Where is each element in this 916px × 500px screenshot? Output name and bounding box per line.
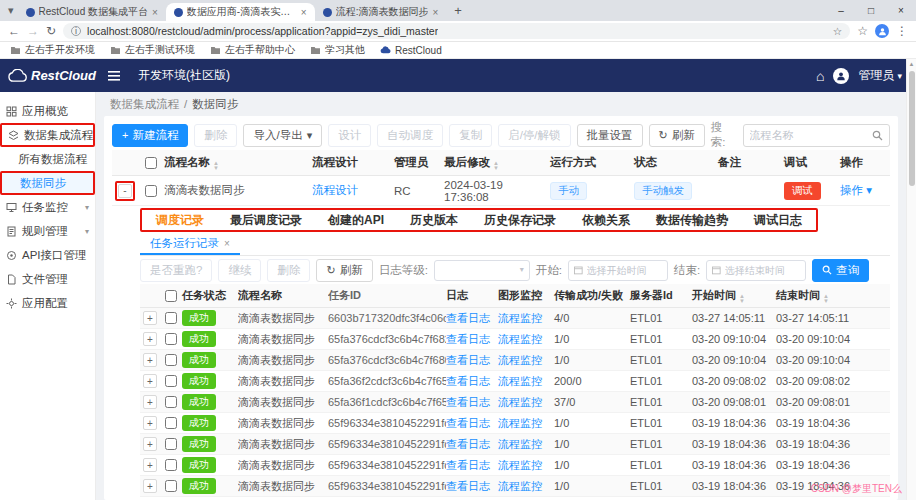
view-log-link[interactable]: 查看日志 <box>446 438 490 450</box>
tab-dependencies[interactable]: 依赖关系 <box>582 212 630 229</box>
restcloud-logo[interactable]: RestCloud <box>0 68 96 83</box>
row-checkbox[interactable] <box>165 438 177 450</box>
sidebar-item-app-overview[interactable]: 应用概览 <box>0 99 95 123</box>
process-monitor-link[interactable]: 流程监控 <box>498 438 542 450</box>
sidebar-item-data-integration[interactable]: 数据集成流程 ▾ <box>0 123 95 147</box>
view-log-link[interactable]: 查看日志 <box>446 354 490 366</box>
browser-profile-avatar[interactable] <box>875 24 889 38</box>
refresh-button[interactable]: ↻刷新 <box>649 124 705 147</box>
start-time-input[interactable] <box>587 265 662 276</box>
batch-settings-button[interactable]: 批量设置 <box>577 124 643 147</box>
browser-tab-1[interactable]: RestCloud 数据集成平台 × <box>18 3 166 21</box>
row-collapse-button[interactable]: - <box>118 184 132 198</box>
auto-schedule-button[interactable]: 自动调度 <box>377 124 443 147</box>
browser-tab-2-active[interactable]: 数据应用商-滴滴表实时数据同步 × <box>166 3 315 21</box>
search-input[interactable] <box>750 129 869 141</box>
sidebar-item-task-monitor[interactable]: 任务监控 ▾ <box>0 195 95 219</box>
row-action-menu[interactable]: 操作 ▾ <box>840 184 872 196</box>
sidebar-item-rule-mgmt[interactable]: 规则管理 ▾ <box>0 219 95 243</box>
maximize-button[interactable]: □ <box>856 0 886 21</box>
sidebar-item-api-mgmt[interactable]: API接口管理 <box>0 243 95 267</box>
row-expand-button[interactable]: + <box>143 311 157 325</box>
col-last-modified[interactable]: 最后修改▲▼ <box>444 155 550 170</box>
address-bar[interactable]: i localhost:8080/restcloud/admin/process… <box>63 23 850 39</box>
process-design-link[interactable]: 流程设计 <box>312 184 358 196</box>
close-button[interactable]: × <box>886 0 916 21</box>
browser-tab-3[interactable]: 流程:滴滴表数据同步 × <box>315 3 447 21</box>
rerun-button[interactable]: 是否重跑? <box>140 259 212 282</box>
process-monitor-link[interactable]: 流程监控 <box>498 375 542 387</box>
delete-task-button[interactable]: 删除 <box>267 259 310 282</box>
tab-close-icon[interactable]: × <box>152 7 158 18</box>
row-checkbox[interactable] <box>165 480 177 492</box>
row-expand-button[interactable]: + <box>143 395 157 409</box>
end-time-input[interactable] <box>725 265 800 276</box>
process-monitor-link[interactable]: 流程监控 <box>498 354 542 366</box>
process-name[interactable]: 滴滴表数据同步 <box>164 183 312 198</box>
process-monitor-link[interactable]: 流程监控 <box>498 333 542 345</box>
row-checkbox[interactable] <box>145 185 157 197</box>
row-expand-button[interactable]: + <box>143 332 157 346</box>
sidebar-item-app-config[interactable]: 应用配置 <box>0 291 95 315</box>
tab-transfer-trend[interactable]: 数据传输趋势 <box>656 212 728 229</box>
tab-close-icon[interactable]: × <box>301 7 307 18</box>
sidebar-item-all-flows[interactable]: 所有数据流程 <box>0 147 95 171</box>
view-log-link[interactable]: 查看日志 <box>446 480 490 492</box>
user-avatar[interactable] <box>833 68 849 84</box>
select-all-checkbox[interactable] <box>145 157 157 169</box>
col-start-time[interactable]: 开始时间▲▼ <box>692 288 776 303</box>
tab-history-versions[interactable]: 历史版本 <box>410 212 458 229</box>
bookmark-item[interactable]: 左右手帮助中心 <box>210 43 295 57</box>
tab-debug-log[interactable]: 调试日志 <box>754 212 802 229</box>
sidebar-item-file-mgmt[interactable]: 文件管理 <box>0 267 95 291</box>
row-expand-button[interactable]: + <box>143 437 157 451</box>
page-scrollbar[interactable]: ▲ <box>906 59 916 500</box>
view-log-link[interactable]: 查看日志 <box>446 333 490 345</box>
minimize-button[interactable]: – <box>826 0 856 21</box>
sort-icon[interactable]: ▲▼ <box>213 161 219 170</box>
extension-star-icon[interactable]: ☆ <box>857 24 868 38</box>
process-monitor-link[interactable]: 流程监控 <box>498 312 542 324</box>
user-menu[interactable]: 管理员 ▾ <box>858 67 902 84</box>
copy-button[interactable]: 复制 <box>449 124 492 147</box>
process-monitor-link[interactable]: 流程监控 <box>498 417 542 429</box>
row-checkbox[interactable] <box>165 459 177 471</box>
process-monitor-link[interactable]: 流程监控 <box>498 480 542 492</box>
bookmark-item[interactable]: RestCloud <box>380 45 442 56</box>
row-checkbox[interactable] <box>165 396 177 408</box>
log-level-select[interactable]: ▾ <box>434 260 530 281</box>
scroll-up-icon[interactable]: ▲ <box>907 59 916 69</box>
select-all-checkbox[interactable] <box>165 290 177 302</box>
sidebar-item-data-sync[interactable]: 数据同步 <box>0 171 95 195</box>
design-button[interactable]: 设计 <box>328 124 371 147</box>
col-end-time[interactable]: 结束时间▲▼ <box>776 288 860 303</box>
home-icon[interactable]: ⌂ <box>816 68 824 84</box>
end-time-picker[interactable] <box>706 260 806 281</box>
row-expand-button[interactable]: + <box>143 353 157 367</box>
scrollbar-thumb[interactable] <box>909 71 915 186</box>
search-icon[interactable] <box>872 130 883 141</box>
row-checkbox[interactable] <box>165 375 177 387</box>
new-process-button[interactable]: +新建流程 <box>112 124 188 147</box>
view-log-link[interactable]: 查看日志 <box>446 396 490 408</box>
sort-icon[interactable]: ▲▼ <box>823 294 829 303</box>
view-log-link[interactable]: 查看日志 <box>446 417 490 429</box>
import-export-button[interactable]: 导入/导出▾ <box>243 124 322 147</box>
tab-created-api[interactable]: 创建的API <box>328 212 384 229</box>
tab-last-schedule-record[interactable]: 最后调度记录 <box>230 212 302 229</box>
row-expand-button[interactable]: + <box>143 416 157 430</box>
tab-schedule-records[interactable]: 调度记录 <box>156 212 204 229</box>
query-button[interactable]: 查询 <box>812 259 869 282</box>
back-icon[interactable]: ← <box>8 24 20 38</box>
row-expand-button[interactable]: + <box>143 479 157 493</box>
continue-button[interactable]: 继续 <box>218 259 261 282</box>
tab-task-run-records[interactable]: 任务运行记录 × <box>140 234 240 255</box>
row-checkbox[interactable] <box>165 417 177 429</box>
col-process-name[interactable]: 流程名称▲▼ <box>164 155 312 170</box>
browser-menu-icon[interactable]: ⋮ <box>896 24 908 38</box>
view-log-link[interactable]: 查看日志 <box>446 312 490 324</box>
row-checkbox[interactable] <box>165 333 177 345</box>
close-icon[interactable]: × <box>224 238 230 249</box>
view-log-link[interactable]: 查看日志 <box>446 375 490 387</box>
sort-icon[interactable]: ▲▼ <box>493 161 499 170</box>
